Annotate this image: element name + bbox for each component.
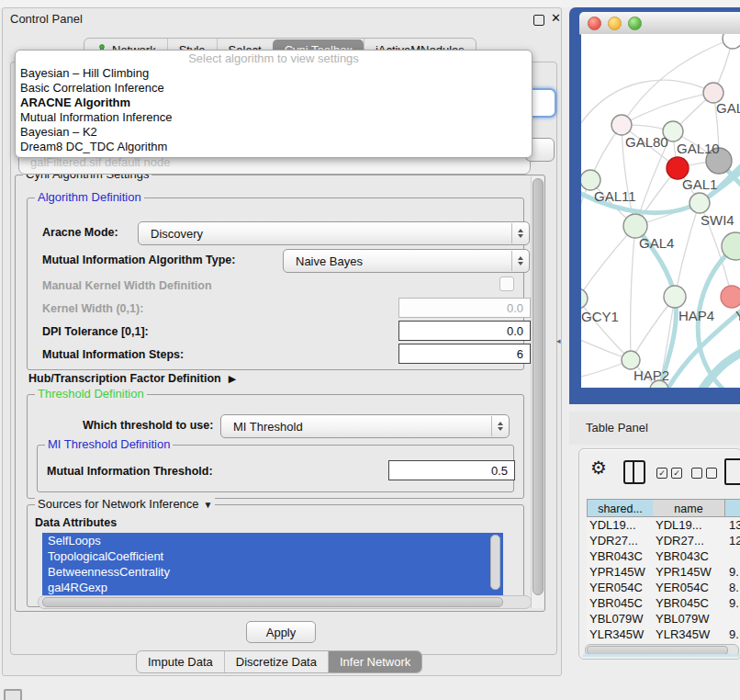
show-columns-icon[interactable] — [623, 460, 645, 484]
node-swi4[interactable] — [690, 193, 710, 213]
algorithm-option[interactable]: Dream8 DC_TDC Algorithm — [16, 140, 532, 154]
table-panel-title: Table Panel — [586, 421, 648, 435]
algorithm-option[interactable]: Bayesian – Hill Climbing — [16, 66, 532, 81]
settings-vertical-scrollbar[interactable] — [531, 176, 544, 608]
table-row[interactable]: YLR345WYLR345W9. — [587, 627, 740, 642]
list-item[interactable]: BetweennessCentrality — [42, 564, 503, 580]
data-attributes-list: SelfLoops TopologicalCoefficient Between… — [42, 533, 503, 603]
sources-group-title[interactable]: Sources for Network Inference▼ — [35, 497, 215, 511]
network-canvas[interactable]: GAL GAL80 GAL10 GAL1 GAL11 SWI4 GAL4 GCY… — [581, 34, 740, 388]
algorithm-option[interactable]: Mutual Information Inference — [16, 110, 532, 125]
algorithm-option-selected[interactable]: ARACNE Algorithm — [16, 96, 532, 110]
dpi-tolerance-input[interactable]: 0.0 — [398, 321, 531, 341]
apply-button[interactable]: Apply — [246, 621, 316, 643]
tab-impute-data[interactable]: Impute Data — [137, 651, 224, 672]
node-label: GAL10 — [677, 141, 720, 156]
node-hap2[interactable] — [622, 351, 640, 369]
threshold-definition-title: Threshold Definition — [35, 387, 147, 401]
unchecked-box-icon — [706, 468, 717, 479]
node-label: GAL80 — [625, 134, 668, 150]
which-threshold-label: Which threshold to use: — [83, 419, 213, 432]
algorithm-definition-title: Algorithm Definition — [35, 190, 144, 204]
stepper-icon[interactable] — [491, 416, 508, 436]
window-zoom-button[interactable] — [628, 17, 642, 30]
table-row[interactable]: YER054CYER054C8. — [587, 580, 740, 595]
node-gal11[interactable] — [581, 170, 600, 190]
data-attributes-label: Data Attributes — [35, 516, 117, 529]
sources-group: Sources for Network Inference▼ Data Attr… — [27, 504, 524, 607]
stepper-icon[interactable] — [511, 251, 528, 271]
cyni-algorithm-settings-group: Cyni Algorithm Settings Algorithm Defini… — [15, 175, 545, 612]
manual-kernel-label: Manual Kernel Width Definition — [42, 279, 212, 292]
deselect-all-icon[interactable] — [691, 468, 717, 479]
mi-threshold-input[interactable]: 0.5 — [388, 460, 515, 480]
node-label: Y — [735, 308, 740, 323]
cyni-bottom-tabs: Impute Data Discretize Data Infer Networ… — [136, 650, 422, 673]
control-panel-title: Control Panel — [10, 12, 83, 26]
node-gal80[interactable] — [611, 115, 632, 135]
export-table-icon[interactable] — [724, 458, 740, 485]
kernel-width-label: Kernel Width (0,1): — [42, 302, 143, 315]
list-item[interactable]: SelfLoops — [42, 533, 503, 548]
close-panel-icon[interactable]: ✕ — [551, 11, 561, 25]
panel-collapse-icon[interactable]: ◂ — [556, 336, 561, 345]
horizontal-scrollbar-thumb[interactable] — [42, 597, 503, 607]
node-label: GAL — [716, 100, 740, 116]
node-hap4[interactable] — [664, 286, 686, 308]
node-labels: GAL GAL80 GAL10 GAL1 GAL11 SWI4 GAL4 GCY… — [581, 100, 740, 383]
collapsed-panel-icon[interactable] — [4, 689, 22, 700]
threshold-definition-group: Threshold Definition Which threshold to … — [27, 394, 524, 499]
table-settings-icon[interactable]: ⚙ — [590, 458, 607, 477]
column-header[interactable] — [724, 499, 740, 517]
float-panel-icon[interactable] — [533, 15, 544, 26]
table-row[interactable]: YBR045CYBR045C9. — [587, 595, 740, 611]
tab-discretize-data[interactable]: Discretize Data — [224, 651, 328, 672]
select-all-icon[interactable]: ✓ ✓ — [656, 468, 682, 479]
hub-definition-expander[interactable]: Hub/Transcription Factor Definition ▶ — [28, 372, 236, 385]
table-row[interactable]: YDL19...YDL19...13 — [587, 517, 740, 533]
dpi-tolerance-label: DPI Tolerance [0,1]: — [42, 325, 149, 338]
top-gap — [0, 0, 740, 7]
mi-type-combo[interactable]: Naive Bayes — [283, 249, 530, 273]
mi-type-label: Mutual Information Algorithm Type: — [42, 254, 235, 266]
mi-threshold-group: MI Threshold Definition Mutual Informati… — [37, 445, 514, 492]
table-row[interactable]: YBL079WYBL079W — [587, 611, 740, 627]
algorithm-dropdown: Select algorithm to view settings Bayesi… — [15, 50, 533, 158]
stepper-icon[interactable] — [511, 223, 528, 243]
node-label: GAL1 — [682, 176, 717, 192]
mi-threshold-group-title: MI Threshold Definition — [45, 437, 173, 451]
window-minimize-button[interactable] — [608, 17, 622, 30]
network-window-titlebar[interactable] — [579, 12, 740, 35]
collapse-down-icon: ▼ — [204, 500, 213, 510]
algorithm-option[interactable]: Bayesian – K2 — [16, 125, 532, 140]
window-close-button[interactable] — [588, 17, 601, 30]
manual-kernel-checkbox[interactable] — [499, 277, 514, 291]
tab-infer-network[interactable]: Infer Network — [328, 651, 421, 672]
node-label: HAP2 — [633, 367, 669, 383]
table-header: shared... name — [587, 499, 740, 517]
vertical-scrollbar-thumb[interactable] — [533, 178, 544, 595]
node[interactable] — [723, 34, 740, 49]
list-scrollbar-thumb[interactable] — [490, 535, 500, 590]
list-item[interactable]: gal4RGexp — [42, 580, 503, 595]
list-item[interactable]: TopologicalCoefficient — [42, 548, 503, 564]
mi-steps-input[interactable]: 6 — [398, 344, 531, 364]
table-row[interactable]: YPR145WYPR145W9. — [587, 564, 740, 580]
algorithm-option[interactable]: Basic Correlation Inference — [16, 81, 532, 96]
checked-box-icon: ✓ — [656, 468, 667, 479]
table-row[interactable]: YBR043CYBR043C — [587, 548, 740, 564]
screen: Control Panel ✕ Network Style Select Cyn… — [0, 0, 740, 700]
checked-box-icon: ✓ — [671, 468, 682, 479]
column-header-shared-name[interactable]: shared... — [587, 499, 653, 517]
which-threshold-combo[interactable]: MI Threshold — [220, 414, 510, 438]
node-gcy1[interactable] — [581, 288, 588, 309]
node-label: GCY1 — [581, 309, 619, 324]
mi-steps-label: Mutual Information Steps: — [42, 348, 184, 361]
column-header-name[interactable]: name — [653, 499, 724, 517]
node-salmon[interactable] — [721, 286, 740, 308]
node-label: GAL4 — [639, 235, 674, 251]
aracne-mode-combo[interactable]: Discovery — [138, 221, 530, 245]
kernel-width-input[interactable]: 0.0 — [398, 298, 531, 318]
settings-horizontal-scrollbar[interactable] — [38, 595, 532, 609]
table-row[interactable]: YDR27...YDR27...12 — [587, 533, 740, 548]
